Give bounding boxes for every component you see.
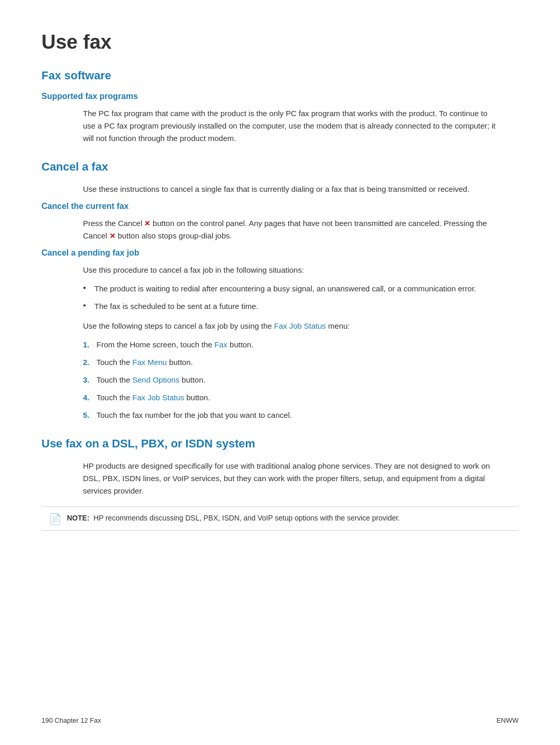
cancel-x-icon-1: ✕ <box>144 218 150 229</box>
dsl-pbx-section: Use fax on a DSL, PBX, or ISDN system HP… <box>41 437 519 531</box>
cancel-fax-section: Cancel a fax Use these instructions to c… <box>41 160 519 421</box>
cancel-pending-bullets: The product is waiting to redial after e… <box>83 283 498 313</box>
step-2: Touch the Fax Menu button. <box>83 356 498 369</box>
step-5: Touch the fax number for the job that yo… <box>83 409 498 421</box>
note-body: HP recommends discussing DSL, PBX, ISDN,… <box>93 514 400 522</box>
footer: 190 Chapter 12 Fax ENWW <box>41 716 519 724</box>
bullet-item-1: The product is waiting to redial after e… <box>83 283 498 295</box>
cancel-fax-heading: Cancel a fax <box>41 160 519 174</box>
page-title: Use fax <box>41 31 519 53</box>
footer-right: ENWW <box>496 716 519 724</box>
fax-menu-link[interactable]: Fax Menu <box>132 358 167 367</box>
footer-left: 190 Chapter 12 Fax <box>41 716 101 724</box>
note-box: 📄 NOTE: HP recommends discussing DSL, PB… <box>41 507 519 531</box>
supported-programs-heading: Supported fax programs <box>41 92 519 101</box>
note-text: NOTE: HP recommends discussing DSL, PBX,… <box>67 512 400 524</box>
cancel-current-body: Press the Cancel ✕ button on the control… <box>83 217 498 242</box>
supported-programs-body: The PC fax program that came with the pr… <box>83 107 498 145</box>
fax-software-heading: Fax software <box>41 69 519 82</box>
step-4: Touch the Fax Job Status button. <box>83 391 498 404</box>
fax-job-status-link-step4[interactable]: Fax Job Status <box>132 393 184 402</box>
step-1: From the Home screen, touch the Fax butt… <box>83 339 498 351</box>
steps-intro: Use the following steps to cancel a fax … <box>83 320 498 332</box>
cancel-pending-heading: Cancel a pending fax job <box>41 248 519 258</box>
fax-job-status-link-intro[interactable]: Fax Job Status <box>274 321 326 330</box>
bullet-item-2: The fax is scheduled to be sent at a fut… <box>83 300 498 313</box>
step-3: Touch the Send Options button. <box>83 374 498 386</box>
cancel-current-heading: Cancel the current fax <box>41 202 519 211</box>
cancel-steps-list: From the Home screen, touch the Fax butt… <box>83 339 498 421</box>
fax-software-section: Fax software Supported fax programs The … <box>41 69 519 145</box>
note-label: NOTE: <box>67 514 90 522</box>
note-icon: 📄 <box>49 513 62 525</box>
fax-link-step1[interactable]: Fax <box>215 340 228 349</box>
dsl-pbx-body: HP products are designed specifically fo… <box>83 460 498 497</box>
dsl-pbx-heading: Use fax on a DSL, PBX, or ISDN system <box>41 437 519 451</box>
cancel-pending-intro: Use this procedure to cancel a fax job i… <box>83 264 498 276</box>
cancel-x-icon-2: ✕ <box>109 230 116 242</box>
send-options-link[interactable]: Send Options <box>132 375 179 384</box>
cancel-fax-intro: Use these instructions to cancel a singl… <box>83 183 498 195</box>
